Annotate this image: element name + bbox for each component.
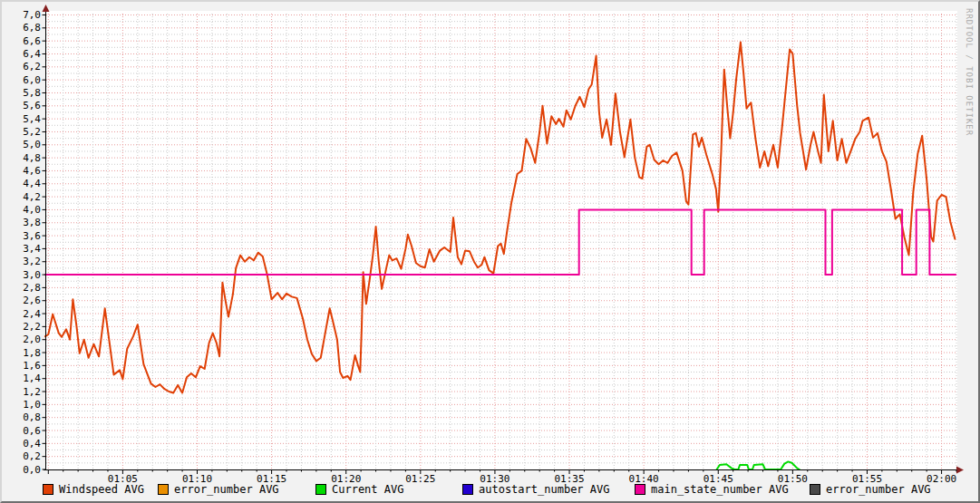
series-line bbox=[45, 43, 955, 393]
y-tick-label: 4,6 bbox=[12, 165, 41, 177]
x-tick-label: 01:25 bbox=[399, 473, 442, 485]
y-tick-label: 1,2 bbox=[12, 386, 41, 398]
y-tick-label: 1,4 bbox=[12, 372, 41, 384]
y-tick-label: 6,6 bbox=[12, 35, 41, 47]
y-tick-label: 3,8 bbox=[12, 217, 41, 228]
legend-label: error_number AVG bbox=[826, 483, 931, 496]
y-tick-label: 4,0 bbox=[12, 204, 41, 216]
y-tick-label: 5,6 bbox=[12, 100, 41, 111]
legend-item: error_number AVG bbox=[810, 483, 931, 496]
y-tick-label: 4,8 bbox=[12, 152, 41, 164]
y-tick-label: 6,0 bbox=[12, 74, 41, 86]
legend-label: Windspeed AVG bbox=[59, 483, 144, 496]
legend-item: Current AVG bbox=[315, 483, 403, 496]
legend-item: error_number AVG bbox=[158, 483, 279, 496]
y-tick-label: 3,4 bbox=[12, 243, 41, 255]
legend-swatch-icon bbox=[635, 484, 645, 495]
y-tick-label: 4,2 bbox=[12, 191, 41, 203]
y-tick-label: 6,2 bbox=[12, 61, 41, 73]
rrdtool-graph-image: 0,00,20,40,60,81,01,21,41,61,82,02,22,42… bbox=[0, 0, 980, 503]
y-tick-label: 1,8 bbox=[12, 347, 41, 359]
y-tick-label: 7,0 bbox=[12, 9, 41, 21]
y-tick-label: 5,4 bbox=[12, 113, 41, 125]
y-tick-label: 0,2 bbox=[12, 450, 41, 462]
legend-swatch-icon bbox=[315, 484, 326, 495]
y-tick-label: 1,0 bbox=[12, 399, 41, 411]
y-tick-label: 5,8 bbox=[12, 87, 41, 99]
y-tick-label: 2,0 bbox=[12, 334, 41, 345]
y-tick-label: 3,6 bbox=[12, 230, 41, 242]
rrdtool-watermark: RRDTOOL / TOBI OETIKER bbox=[965, 8, 974, 136]
legend-label: autostart_number AVG bbox=[479, 483, 610, 496]
y-tick-label: 0,0 bbox=[12, 464, 41, 476]
y-axis-arrow bbox=[43, 5, 50, 12]
y-tick-label: 0,4 bbox=[12, 438, 41, 450]
y-tick-label: 6,8 bbox=[12, 22, 41, 34]
legend-swatch-icon bbox=[43, 484, 53, 495]
y-tick-label: 6,4 bbox=[12, 48, 41, 60]
y-tick-label: 3,2 bbox=[12, 256, 41, 267]
y-tick-label: 0,6 bbox=[12, 425, 41, 437]
legend-item: main_state_number AVG bbox=[635, 483, 789, 496]
legend-label: error_number AVG bbox=[174, 483, 279, 496]
legend-swatch-icon bbox=[462, 484, 473, 495]
legend-item: Windspeed AVG bbox=[43, 483, 144, 496]
y-tick-label: 3,0 bbox=[12, 269, 41, 281]
y-tick-label: 5,2 bbox=[12, 126, 41, 138]
y-tick-label: 2,4 bbox=[12, 308, 41, 320]
y-tick-label: 2,8 bbox=[12, 282, 41, 294]
chart-canvas bbox=[2, 2, 980, 503]
legend-label: Current AVG bbox=[332, 483, 403, 496]
y-tick-label: 5,0 bbox=[12, 139, 41, 150]
y-tick-label: 0,8 bbox=[12, 411, 41, 423]
legend-item: autostart_number AVG bbox=[462, 483, 610, 496]
y-tick-label: 2,6 bbox=[12, 295, 41, 306]
y-tick-label: 2,2 bbox=[12, 321, 41, 333]
y-tick-label: 1,6 bbox=[12, 360, 41, 372]
legend-label: main_state_number AVG bbox=[651, 483, 789, 496]
y-tick-label: 4,4 bbox=[12, 178, 41, 189]
legend-swatch-icon bbox=[810, 484, 820, 495]
legend-swatch-icon bbox=[158, 484, 169, 495]
